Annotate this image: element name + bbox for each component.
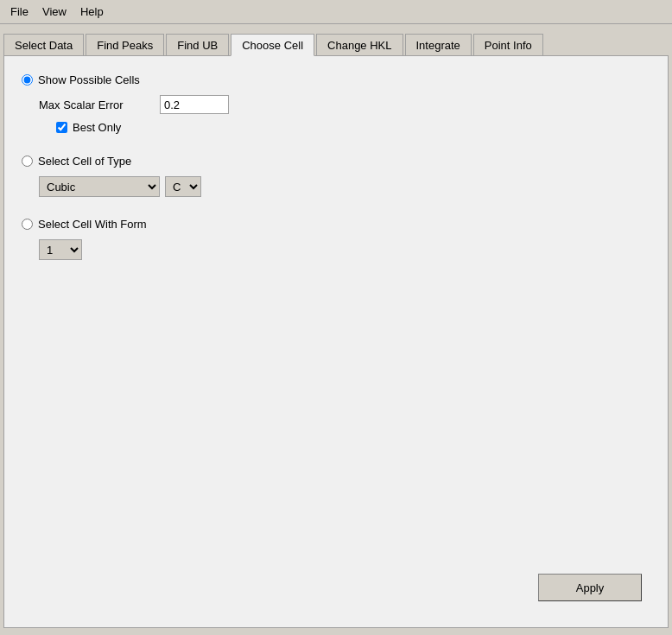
main-panel: Show Possible Cells Max Scalar Error Bes… [3, 55, 669, 628]
max-scalar-error-label: Max Scalar Error [39, 98, 160, 111]
tab-find-peaks[interactable]: Find Peaks [86, 34, 164, 56]
menu-help[interactable]: Help [73, 3, 111, 20]
apply-button[interactable]: Apply [538, 574, 642, 601]
best-only-checkbox[interactable] [56, 122, 67, 133]
select-cell-with-form-label[interactable]: Select Cell With Form [38, 218, 147, 231]
form-number-select[interactable]: 1 2 3 4 5 [39, 239, 82, 260]
max-scalar-error-input[interactable] [160, 95, 229, 114]
tab-point-info[interactable]: Point Info [473, 34, 543, 56]
select-cell-with-form-radio[interactable] [22, 219, 33, 230]
centering-select[interactable]: C P F I R A B [165, 176, 201, 197]
show-possible-cells-label[interactable]: Show Possible Cells [38, 73, 140, 86]
tab-select-data[interactable]: Select Data [3, 34, 84, 56]
select-cell-of-type-radio-row: Select Cell of Type [22, 155, 650, 168]
tab-change-hkl[interactable]: Change HKL [316, 34, 403, 56]
show-possible-cells-indent: Max Scalar Error Best Only [39, 95, 650, 134]
select-cell-of-type-radio[interactable] [22, 156, 33, 167]
select-cell-of-type-section: Select Cell of Type Cubic Tetragonal Ort… [22, 155, 650, 197]
best-only-label[interactable]: Best Only [73, 121, 121, 134]
tab-find-ub[interactable]: Find UB [166, 34, 229, 56]
select-cell-of-type-label[interactable]: Select Cell of Type [38, 155, 131, 168]
tab-choose-cell[interactable]: Choose Cell [231, 34, 314, 56]
show-possible-cells-section: Show Possible Cells Max Scalar Error Bes… [22, 73, 650, 134]
cell-type-dropdown-row: Cubic Tetragonal Orthorhombic Hexagonal … [39, 176, 650, 197]
select-cell-with-form-section: Select Cell With Form 1 2 3 4 5 [22, 218, 650, 260]
max-scalar-error-row: Max Scalar Error [39, 95, 650, 114]
select-cell-with-form-radio-row: Select Cell With Form [22, 218, 650, 231]
menu-view[interactable]: View [35, 3, 73, 20]
menu-file[interactable]: File [3, 3, 35, 20]
show-possible-cells-radio[interactable] [22, 74, 33, 86]
tab-bar: Select Data Find Peaks Find UB Choose Ce… [0, 24, 672, 55]
form-dropdown-row: 1 2 3 4 5 [39, 239, 650, 260]
best-only-row: Best Only [56, 121, 650, 134]
show-possible-cells-radio-row: Show Possible Cells [22, 73, 650, 86]
tab-integrate[interactable]: Integrate [405, 34, 472, 56]
cell-type-select[interactable]: Cubic Tetragonal Orthorhombic Hexagonal … [39, 176, 160, 197]
menu-bar: File View Help [0, 0, 672, 24]
